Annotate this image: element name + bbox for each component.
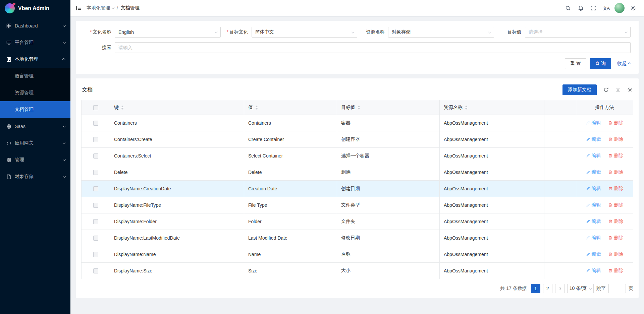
culture-name-select[interactable]: English (115, 27, 221, 38)
storage-icon (6, 174, 11, 179)
field-target-culture: *目标文化 简体中文 (221, 27, 358, 38)
cell-target-value: 文件夹 (337, 213, 440, 230)
column-label: 操作方法 (595, 105, 614, 110)
row-checkbox[interactable] (93, 203, 98, 208)
edit-button[interactable]: 编辑 (586, 218, 601, 225)
edit-button[interactable]: 编辑 (586, 120, 601, 126)
reset-button[interactable]: 重 置 (565, 58, 586, 69)
row-checkbox[interactable] (93, 236, 98, 241)
delete-button[interactable]: 删除 (608, 235, 623, 241)
edit-button[interactable]: 编辑 (586, 136, 601, 142)
delete-button[interactable]: 删除 (608, 251, 623, 257)
row-height-button[interactable] (615, 87, 621, 92)
sidebar-item-dashboard[interactable]: Dashboard (0, 17, 70, 34)
table-row: DisplayName:Folder Folder 文件夹 AbpOssMana… (82, 213, 633, 230)
target-culture-select[interactable]: 简体中文 (252, 27, 358, 38)
page-button-2[interactable]: 2 (543, 284, 552, 293)
table-header-row: 键 值 目标值 资源名称 操作方法 (82, 100, 633, 115)
pencil-icon (586, 186, 590, 191)
row-checkbox[interactable] (93, 219, 98, 224)
edit-button[interactable]: 编辑 (586, 251, 601, 257)
column-header-key[interactable]: 键 (110, 100, 244, 115)
edit-button[interactable]: 编辑 (586, 153, 601, 159)
breadcrumb: 本地化管理 / 文档管理 (87, 5, 140, 11)
column-header-actions: 操作方法 (576, 100, 633, 115)
search-input[interactable] (115, 42, 631, 53)
breadcrumb-parent[interactable]: 本地化管理 (87, 5, 114, 11)
row-checkbox[interactable] (93, 268, 98, 273)
cell-empty (544, 263, 576, 279)
cell-key: Containers:Create (110, 131, 244, 148)
page-size-select[interactable]: 10 条/页 (567, 284, 594, 293)
row-checkbox[interactable] (93, 153, 98, 159)
refresh-button[interactable] (603, 87, 609, 92)
edit-button[interactable]: 编辑 (586, 169, 601, 175)
table-row: DisplayName:CreationDate Creation Date 创… (82, 181, 633, 197)
cell-checkbox (82, 181, 110, 197)
delete-label: 删除 (614, 120, 623, 126)
column-header-value[interactable]: 值 (244, 100, 337, 115)
delete-button[interactable]: 删除 (608, 169, 623, 175)
row-checkbox[interactable] (93, 137, 98, 142)
delete-button[interactable]: 删除 (608, 186, 623, 192)
delete-button[interactable]: 删除 (608, 153, 623, 159)
sidebar-item-platform[interactable]: 平台管理 (0, 34, 70, 51)
column-settings-button[interactable] (627, 87, 633, 92)
jump-unit-label: 页 (629, 286, 633, 292)
sidebar-item-gateway[interactable]: 应用网关 (0, 135, 70, 151)
notification-button[interactable] (574, 0, 587, 16)
sidebar-item-manage[interactable]: 管理 (0, 151, 70, 168)
logo[interactable]: Vben Admin (0, 0, 70, 17)
column-header-target-value[interactable]: 目标值 (337, 100, 440, 115)
edit-button[interactable]: 编辑 (586, 235, 601, 241)
table-row: DisplayName:Name Name 名称 AbpOssManagemen… (82, 246, 633, 263)
row-checkbox[interactable] (93, 252, 98, 257)
row-checkbox[interactable] (93, 121, 98, 126)
pencil-icon (586, 203, 590, 207)
row-checkbox[interactable] (93, 186, 98, 191)
chevron-right-icon (558, 287, 561, 290)
sidebar-item-storage[interactable]: 对象存储 (0, 168, 70, 185)
breadcrumb-current: 文档管理 (121, 5, 140, 11)
collapse-toggle[interactable]: 收起 (617, 61, 631, 67)
query-button[interactable]: 查 询 (590, 58, 611, 69)
edit-button[interactable]: 编辑 (586, 202, 601, 208)
select-all-checkbox[interactable] (93, 105, 98, 110)
search-button[interactable] (561, 0, 574, 16)
column-header-resource-name[interactable]: 资源名称 (440, 100, 544, 115)
delete-button[interactable]: 删除 (608, 120, 623, 126)
sidebar-subitem-language[interactable]: 语言管理 (0, 68, 70, 84)
row-checkbox[interactable] (93, 170, 98, 175)
page-button-1[interactable]: 1 (531, 284, 540, 293)
sidebar-fold-button[interactable] (70, 0, 87, 16)
fullscreen-icon (591, 5, 596, 11)
delete-label: 删除 (614, 169, 623, 175)
resource-name-select[interactable]: 对象存储 (388, 27, 494, 38)
caret-up-icon (358, 106, 360, 107)
delete-button[interactable]: 删除 (608, 268, 623, 274)
table-title: 文档 (82, 86, 93, 93)
delete-button[interactable]: 删除 (608, 218, 623, 225)
fullscreen-button[interactable] (587, 0, 600, 16)
avatar[interactable] (614, 3, 625, 13)
chevron-down-icon (63, 125, 65, 127)
target-value-select[interactable]: 请选择 (525, 27, 631, 38)
breadcrumb-separator: / (117, 5, 118, 11)
sidebar-subitem-document[interactable]: 文档管理 (0, 101, 70, 118)
add-document-button[interactable]: 添加新文档 (562, 84, 597, 95)
next-page-button[interactable] (555, 284, 565, 293)
cell-target-value: 创建日期 (337, 181, 440, 197)
edit-button[interactable]: 编辑 (586, 268, 601, 274)
edit-button[interactable]: 编辑 (586, 186, 601, 192)
sidebar-subitem-resource[interactable]: 资源管理 (0, 84, 70, 101)
topbar-left: 本地化管理 / 文档管理 (70, 0, 140, 16)
field-target-value: 目标值 请选择 (494, 27, 631, 38)
delete-button[interactable]: 删除 (608, 136, 623, 142)
sort-icons (121, 106, 124, 110)
settings-button[interactable] (627, 0, 639, 16)
sidebar-item-localization[interactable]: 本地化管理 (0, 51, 70, 68)
jump-page-input[interactable] (608, 284, 626, 293)
sidebar-item-saas[interactable]: Saas (0, 118, 70, 135)
delete-button[interactable]: 删除 (608, 202, 623, 208)
language-switch-button[interactable]: 文A (600, 0, 612, 16)
